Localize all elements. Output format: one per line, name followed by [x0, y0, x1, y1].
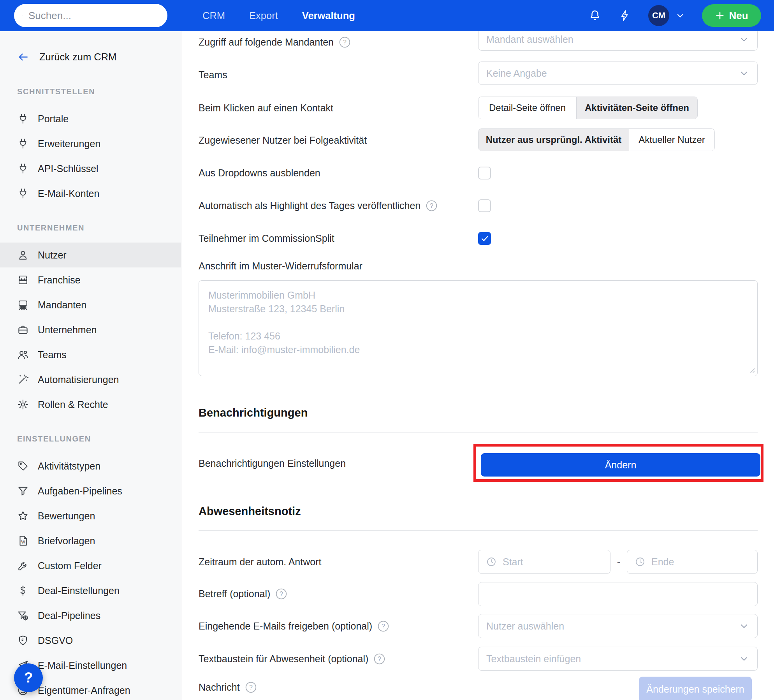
- sidebar-item-dsgvo[interactable]: DSGVO: [0, 628, 181, 653]
- betreff-label-row: Betreff (optional): [199, 586, 287, 602]
- field-label: Beim Klicken auf einen Kontakt: [199, 100, 333, 116]
- help-button[interactable]: ?: [14, 663, 43, 692]
- eingehende-select[interactable]: Nutzer auswählen: [478, 614, 758, 638]
- briefcase-icon: [17, 324, 29, 336]
- arrow-left-icon: [17, 51, 29, 63]
- sidebar-item-custom-felder[interactable]: Custom Felder: [0, 553, 181, 578]
- sidebar-item-unternehmen[interactable]: Unternehmen: [0, 317, 181, 342]
- teams-select[interactable]: Keine Angabe: [478, 62, 758, 85]
- save-changes-button[interactable]: Änderungen speichern: [639, 677, 752, 700]
- segment-nutzer-urspruengl[interactable]: Nutzer aus ursprüngl. Aktivität: [478, 129, 629, 151]
- sidebar-item-nutzer[interactable]: Nutzer: [0, 243, 181, 267]
- sidebar-item-teams[interactable]: Teams: [0, 342, 181, 367]
- avatar[interactable]: CM: [648, 5, 669, 26]
- sidebar-item-api-schluessel[interactable]: API-Schlüssel: [0, 156, 181, 181]
- chevron-down-icon: [739, 653, 749, 664]
- sidebar-item-label: Deal-Pipelines: [38, 610, 100, 621]
- mandanten-label-row: Zugriff auf folgende Mandanten: [199, 34, 350, 50]
- field-label: Eingehende E-Mails freigeben (optional): [199, 618, 372, 634]
- textbaustein-select[interactable]: Textbaustein einfügen: [478, 647, 758, 671]
- start-date-input[interactable]: Start: [478, 550, 610, 574]
- help-button-label: ?: [24, 670, 33, 686]
- help-circle-icon: [374, 653, 385, 665]
- zeitraum-label-row: Zeitraum der autom. Antwort: [199, 554, 321, 570]
- search-icon: [23, 10, 23, 21]
- magic-wand-icon: [17, 374, 29, 385]
- select-placeholder: Keine Angabe: [486, 68, 547, 79]
- global-search[interactable]: [14, 4, 167, 27]
- plug-icon: [17, 138, 29, 149]
- sidebar-item-briefvorlagen[interactable]: W Briefvorlagen: [0, 528, 181, 553]
- nav-crm[interactable]: CRM: [202, 10, 225, 21]
- anschrift-textarea-wrap: [199, 280, 758, 376]
- commission-checkbox[interactable]: [478, 232, 491, 245]
- sidebar-item-deal-einstellungen[interactable]: Deal-Einstellungen: [0, 578, 181, 603]
- help-circle-icon: [339, 37, 350, 48]
- section-divider: [199, 432, 758, 433]
- topbar: CRM Export Verwaltung CM Neu: [0, 0, 774, 31]
- date-range-separator: -: [610, 550, 627, 574]
- chevron-down-icon: [675, 11, 685, 20]
- sidebar-item-label: E-Mail-Konten: [38, 188, 99, 199]
- segment-aktueller-nutzer[interactable]: Aktueller Nutzer: [629, 129, 714, 151]
- sidebar-item-email-konten[interactable]: E-Mail-Konten: [0, 181, 181, 206]
- new-button[interactable]: Neu: [702, 4, 761, 27]
- chevron-down-icon: [739, 34, 749, 45]
- end-date-input[interactable]: Ende: [627, 550, 758, 574]
- sidebar-item-aktivitaetstypen[interactable]: Aktivitätstypen: [0, 454, 181, 478]
- folgeaktivitaet-label-row: Zugewiesener Nutzer bei Folgeaktivität: [199, 132, 367, 148]
- benachrichtigungen-label-row: Benachrichtigungen Einstellungen: [199, 456, 346, 471]
- segment-detail-seite[interactable]: Detail-Seite öffnen: [478, 97, 576, 119]
- field-label: Aus Dropdowns ausblenden: [199, 165, 320, 181]
- section-title-unternehmen: UNTERNEHMEN: [0, 222, 181, 233]
- sidebar-item-deal-pipelines[interactable]: Deal-Pipelines: [0, 603, 181, 628]
- account-menu[interactable]: CM: [648, 5, 685, 26]
- aendern-button[interactable]: Ändern: [481, 453, 760, 477]
- select-placeholder: Textbaustein einfügen: [486, 653, 581, 665]
- eingehende-label-row: Eingehende E-Mails freigeben (optional): [199, 618, 389, 634]
- kontakt-klick-segmented: Detail-Seite öffnen Aktivitäten-Seite öf…: [478, 97, 698, 119]
- search-input[interactable]: [28, 10, 159, 22]
- betreff-input[interactable]: [478, 582, 758, 606]
- select-placeholder: Nutzer auswählen: [486, 621, 564, 632]
- textbaustein-label-row: Textbaustein für Abwesenheit (optional): [199, 651, 385, 667]
- quick-actions-button[interactable]: [619, 9, 631, 22]
- sidebar-item-portale[interactable]: Portale: [0, 106, 181, 131]
- notifications-button[interactable]: [588, 9, 602, 22]
- sidebar-item-erweiterungen[interactable]: Erweiterungen: [0, 131, 181, 156]
- sidebar-item-label: Nutzer: [38, 250, 67, 261]
- funnel-dollar-icon: [17, 610, 29, 621]
- sidebar-item-label: Bewertungen: [38, 510, 95, 522]
- input-placeholder: Start: [503, 556, 523, 568]
- svg-text:W: W: [21, 540, 25, 544]
- sidebar-item-aufgaben-pipelines[interactable]: Aufgaben-Pipelines: [0, 478, 181, 503]
- storefront-icon: [17, 274, 29, 286]
- back-to-crm-link[interactable]: Zurück zum CRM: [0, 47, 181, 67]
- users-icon: [17, 349, 29, 361]
- settings-sidebar: Zurück zum CRM SCHNITTSTELLEN Portale Er…: [0, 31, 181, 700]
- highlight-checkbox[interactable]: [478, 199, 491, 212]
- topbar-actions: CM Neu: [588, 0, 761, 31]
- anschrift-textarea[interactable]: [199, 280, 758, 376]
- main-nav: CRM Export Verwaltung: [202, 0, 355, 31]
- star-icon: [17, 510, 29, 522]
- help-circle-icon: [426, 200, 437, 211]
- sidebar-item-mandanten[interactable]: Mandanten: [0, 292, 181, 317]
- sidebar-item-label: Eigentümer-Anfragen: [38, 685, 130, 696]
- help-circle-icon: [276, 588, 287, 600]
- nav-export[interactable]: Export: [249, 10, 278, 21]
- sidebar-item-franchise[interactable]: Franchise: [0, 267, 181, 292]
- sidebar-item-automatisierungen[interactable]: Automatisierungen: [0, 367, 181, 392]
- sidebar-item-label: Portale: [38, 113, 69, 125]
- plug-icon: [17, 188, 29, 199]
- sidebar-item-label: Mandanten: [38, 299, 86, 311]
- new-button-label: Neu: [729, 10, 748, 22]
- mandanten-select[interactable]: Mandant auswählen: [478, 31, 758, 51]
- users-frame-icon: [17, 299, 29, 311]
- ausblenden-checkbox[interactable]: [478, 167, 491, 179]
- chevron-down-icon: [739, 621, 749, 631]
- sidebar-item-bewertungen[interactable]: Bewertungen: [0, 503, 181, 528]
- segment-aktivitaeten-seite[interactable]: Aktivitäten-Seite öffnen: [576, 97, 697, 119]
- sidebar-item-rollen-rechte[interactable]: Rollen & Rechte: [0, 392, 181, 417]
- nav-verwaltung[interactable]: Verwaltung: [302, 10, 355, 21]
